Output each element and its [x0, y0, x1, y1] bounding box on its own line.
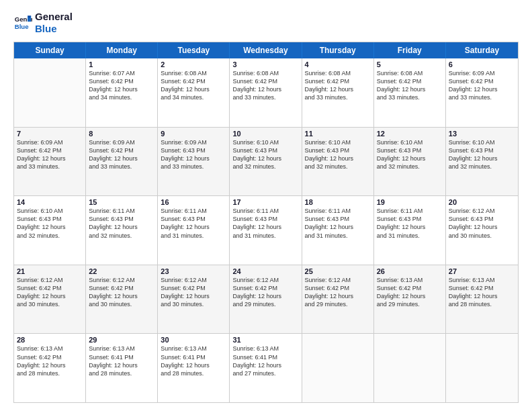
daylight-text: Daylight: 12 hours — [89, 361, 154, 369]
sunset-text: Sunset: 6:43 PM — [17, 215, 83, 223]
sunrise-text: Sunrise: 6:08 AM — [161, 69, 226, 77]
calendar-cell: 31 Sunrise: 6:13 AM Sunset: 6:41 PM Dayl… — [230, 334, 302, 402]
sunrise-text: Sunrise: 6:11 AM — [89, 207, 154, 215]
daylight-text2: and 29 minutes. — [232, 300, 298, 308]
daylight-text: Daylight: 12 hours — [89, 292, 154, 300]
daylight-text: Daylight: 12 hours — [17, 361, 83, 369]
day-number: 30 — [161, 336, 226, 344]
day-header-saturday: Saturday — [446, 42, 518, 58]
daylight-text: Daylight: 12 hours — [377, 292, 443, 300]
daylight-text2: and 33 minutes. — [305, 93, 371, 101]
daylight-text2: and 31 minutes. — [305, 232, 371, 240]
daylight-text: Daylight: 12 hours — [232, 85, 298, 93]
calendar-cell: 29 Sunrise: 6:13 AM Sunset: 6:41 PM Dayl… — [86, 334, 158, 402]
daylight-text2: and 33 minutes. — [449, 93, 515, 101]
logo-blue: Blue — [35, 23, 73, 35]
sunset-text: Sunset: 6:41 PM — [232, 353, 298, 361]
day-number: 31 — [232, 336, 298, 344]
daylight-text: Daylight: 12 hours — [161, 85, 226, 93]
day-number: 3 — [232, 60, 298, 68]
sunrise-text: Sunrise: 6:09 AM — [449, 69, 515, 77]
sunrise-text: Sunrise: 6:11 AM — [232, 207, 298, 215]
calendar-cell: 11 Sunrise: 6:10 AM Sunset: 6:43 PM Dayl… — [302, 128, 374, 196]
daylight-text: Daylight: 12 hours — [161, 154, 226, 163]
daylight-text2: and 31 minutes. — [232, 232, 298, 240]
day-number: 14 — [17, 198, 83, 206]
calendar-cell: 28 Sunrise: 6:13 AM Sunset: 6:42 PM Dayl… — [14, 334, 86, 402]
daylight-text2: and 30 minutes. — [449, 232, 515, 240]
calendar-cell: 3 Sunrise: 6:08 AM Sunset: 6:42 PM Dayli… — [230, 58, 302, 127]
daylight-text: Daylight: 12 hours — [449, 85, 515, 93]
daylight-text: Daylight: 12 hours — [232, 223, 298, 231]
calendar-cell: 26 Sunrise: 6:13 AM Sunset: 6:42 PM Dayl… — [374, 265, 446, 334]
calendar-body: 1 Sunrise: 6:07 AM Sunset: 6:42 PM Dayli… — [14, 58, 518, 402]
daylight-text2: and 32 minutes. — [449, 163, 515, 171]
sunrise-text: Sunrise: 6:12 AM — [17, 276, 83, 284]
calendar-cell: 4 Sunrise: 6:08 AM Sunset: 6:42 PM Dayli… — [302, 58, 374, 127]
sunset-text: Sunset: 6:42 PM — [161, 77, 226, 85]
sunset-text: Sunset: 6:43 PM — [305, 146, 371, 154]
sunset-text: Sunset: 6:42 PM — [89, 146, 154, 154]
daylight-text2: and 34 minutes. — [161, 93, 226, 101]
calendar-cell — [14, 58, 86, 127]
calendar-cell: 5 Sunrise: 6:08 AM Sunset: 6:42 PM Dayli… — [374, 58, 446, 127]
calendar-row-2: 7 Sunrise: 6:09 AM Sunset: 6:42 PM Dayli… — [14, 127, 518, 196]
calendar-cell: 24 Sunrise: 6:12 AM Sunset: 6:42 PM Dayl… — [230, 265, 302, 334]
calendar-cell: 19 Sunrise: 6:11 AM Sunset: 6:43 PM Dayl… — [374, 196, 446, 265]
sunset-text: Sunset: 6:42 PM — [17, 353, 83, 361]
sunrise-text: Sunrise: 6:13 AM — [17, 345, 83, 353]
page: General Blue General Blue SundayMondayTu… — [0, 0, 532, 411]
sunrise-text: Sunrise: 6:13 AM — [449, 276, 515, 284]
daylight-text: Daylight: 12 hours — [89, 223, 154, 231]
day-header-friday: Friday — [374, 42, 446, 58]
sunrise-text: Sunrise: 6:13 AM — [232, 345, 298, 353]
sunset-text: Sunset: 6:41 PM — [161, 353, 226, 361]
calendar-cell: 27 Sunrise: 6:13 AM Sunset: 6:42 PM Dayl… — [446, 265, 518, 334]
daylight-text: Daylight: 12 hours — [305, 223, 371, 231]
day-number: 5 — [377, 60, 443, 68]
day-number: 24 — [232, 267, 298, 275]
sunrise-text: Sunrise: 6:08 AM — [305, 69, 371, 77]
day-number: 15 — [89, 198, 154, 206]
daylight-text2: and 31 minutes. — [161, 232, 226, 240]
sunset-text: Sunset: 6:42 PM — [17, 146, 83, 154]
daylight-text2: and 28 minutes. — [161, 369, 226, 377]
sunset-text: Sunset: 6:41 PM — [89, 353, 154, 361]
sunrise-text: Sunrise: 6:08 AM — [377, 69, 443, 77]
calendar-row-1: 1 Sunrise: 6:07 AM Sunset: 6:42 PM Dayli… — [14, 58, 518, 127]
daylight-text2: and 32 minutes. — [89, 232, 154, 240]
header: General Blue General Blue — [13, 11, 519, 35]
daylight-text2: and 30 minutes. — [17, 300, 83, 308]
sunset-text: Sunset: 6:43 PM — [377, 215, 443, 223]
daylight-text2: and 29 minutes. — [305, 300, 371, 308]
daylight-text: Daylight: 12 hours — [232, 292, 298, 300]
sunset-text: Sunset: 6:42 PM — [89, 284, 154, 292]
calendar-cell: 21 Sunrise: 6:12 AM Sunset: 6:42 PM Dayl… — [14, 265, 86, 334]
calendar-row-3: 14 Sunrise: 6:10 AM Sunset: 6:43 PM Dayl… — [14, 195, 518, 265]
calendar-cell: 6 Sunrise: 6:09 AM Sunset: 6:42 PM Dayli… — [446, 58, 518, 127]
sunrise-text: Sunrise: 6:11 AM — [161, 207, 226, 215]
daylight-text: Daylight: 12 hours — [161, 292, 226, 300]
day-number: 21 — [17, 267, 83, 275]
sunset-text: Sunset: 6:43 PM — [449, 215, 515, 223]
day-number: 6 — [449, 60, 515, 68]
calendar-cell — [446, 334, 518, 402]
daylight-text2: and 33 minutes. — [232, 93, 298, 101]
day-number: 18 — [305, 198, 371, 206]
daylight-text2: and 34 minutes. — [89, 93, 154, 101]
logo-general: General — [35, 11, 73, 23]
daylight-text: Daylight: 12 hours — [89, 154, 154, 163]
calendar-cell: 7 Sunrise: 6:09 AM Sunset: 6:42 PM Dayli… — [14, 128, 86, 196]
calendar-cell: 22 Sunrise: 6:12 AM Sunset: 6:42 PM Dayl… — [86, 265, 158, 334]
daylight-text2: and 29 minutes. — [377, 300, 443, 308]
sunrise-text: Sunrise: 6:07 AM — [89, 69, 154, 77]
calendar-cell: 30 Sunrise: 6:13 AM Sunset: 6:41 PM Dayl… — [158, 334, 230, 402]
sunset-text: Sunset: 6:43 PM — [232, 215, 298, 223]
daylight-text: Daylight: 12 hours — [449, 223, 515, 231]
day-header-monday: Monday — [86, 42, 158, 58]
calendar-cell: 18 Sunrise: 6:11 AM Sunset: 6:43 PM Dayl… — [302, 196, 374, 265]
daylight-text2: and 32 minutes. — [17, 232, 83, 240]
sunrise-text: Sunrise: 6:13 AM — [377, 276, 443, 284]
calendar-cell: 25 Sunrise: 6:12 AM Sunset: 6:42 PM Dayl… — [302, 265, 374, 334]
day-number: 11 — [305, 130, 371, 138]
